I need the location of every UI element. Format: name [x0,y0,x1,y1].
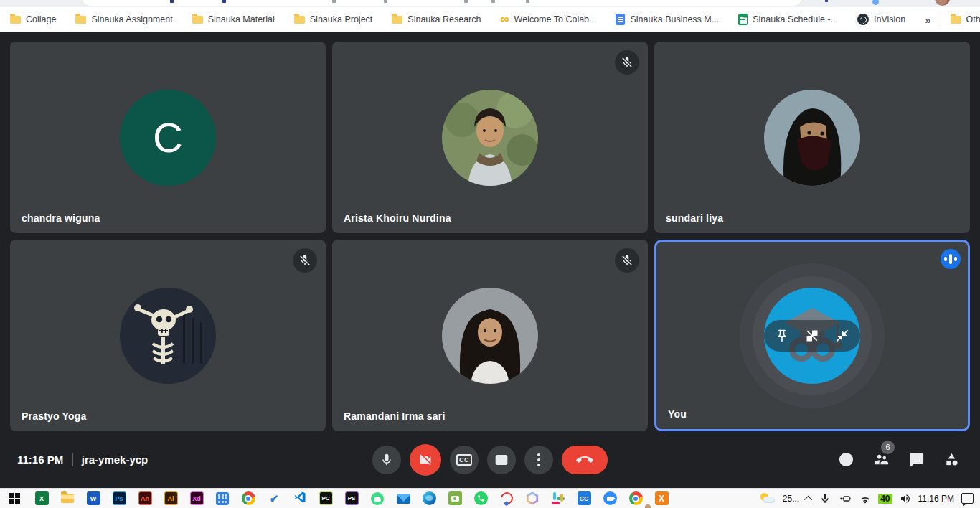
activities-icon [943,451,960,468]
profile-avatar-fragment[interactable] [935,0,950,6]
taskbar-xampp[interactable]: X [649,489,674,508]
folder-icon [294,16,305,24]
bookmarks-overflow-chevron[interactable]: » [925,14,930,26]
taskbar-hexagon-app[interactable] [519,489,545,508]
bookmark-invision[interactable]: InVision [857,14,905,25]
taskbar-animate[interactable]: An [132,489,158,508]
other-bookmarks[interactable]: Other bookmarks [951,14,980,24]
folder-icon [951,16,961,24]
taskbar-adobe-xd[interactable]: Xd [184,489,209,508]
self-tile-hover-controls [764,320,860,352]
bookmark-sinauka-schedule[interactable]: Sinauka Schedule -... [738,14,838,25]
bookmark-collage[interactable]: Collage [10,14,56,24]
taskbar-android[interactable] [364,489,390,508]
phpstorm-icon: PS [345,491,359,505]
animate-icon: An [138,491,152,505]
taskbar-slack[interactable] [545,489,571,508]
captions-button[interactable]: CC [450,446,479,474]
pin-button[interactable] [773,327,791,344]
taskbar-illustrator[interactable]: Ai [158,489,184,508]
taskbar-zoom[interactable] [597,489,623,508]
battery-plug-icon[interactable] [838,493,852,504]
meeting-details-button[interactable] [837,451,854,469]
tray-expand-chevron[interactable] [804,495,812,503]
taskbar-edge[interactable] [416,489,442,508]
leave-call-button[interactable] [562,446,608,474]
participant-grid: C chandra wiguna [10,42,970,431]
taskbar-sketch-app[interactable] [494,489,519,508]
participant-tile-chandra[interactable]: C chandra wiguna [10,42,326,233]
unpin-layout-button[interactable] [804,327,821,344]
bookmark-sinauka-material[interactable]: Sinauka Material [192,14,275,24]
bookmark-label: Sinauka Business M... [630,14,719,24]
cc-app-icon: CC [578,491,591,505]
meet-bottom-bar: 11:16 PM jra-ymek-ycp CC [0,431,980,488]
meet-right-panel-buttons: 6 [837,451,960,469]
avatar-photo [120,288,216,384]
taskbar-clock[interactable]: 11:16 PM [918,494,954,504]
wifi-icon[interactable] [859,493,871,504]
taskbar-mail[interactable] [390,489,416,508]
participant-tile-arista[interactable]: Arista Khoiru Nurdina [332,42,648,233]
taskbar-chrome[interactable] [235,489,261,508]
bookmark-label: Sinauka Schedule -... [753,14,838,24]
temperature-label[interactable]: 25... [783,494,799,504]
pin-icon [775,329,789,343]
mic-button[interactable] [372,446,401,474]
taskbar-chrome-profile[interactable] [623,489,649,508]
videocam-off-icon [418,453,433,467]
taskbar-whatsapp[interactable] [468,489,494,508]
people-button[interactable]: 6 [872,451,890,469]
speaker-icon[interactable] [900,493,911,504]
participant-tile-sundari[interactable]: sundari liya [654,42,970,233]
mail-icon [397,494,410,504]
system-tray: 25... 40 11:16 PM [760,493,980,504]
mic-muted-badge [615,248,639,273]
participant-tile-you[interactable]: You [654,240,970,431]
action-center-icon[interactable] [961,493,974,504]
taskbar-word[interactable]: W [80,489,106,508]
tab-favicon-fragment [384,0,387,3]
taskbar-camera-app[interactable] [442,489,468,508]
bookmark-sinauka-project[interactable]: Sinauka Project [294,14,373,24]
mic-icon [380,453,394,467]
bookmark-sinauka-assignment[interactable]: Sinauka Assignment [75,14,172,24]
taskbar-phpstorm[interactable]: PS [339,489,364,508]
taskbar-vscode[interactable] [287,489,313,508]
activities-button[interactable] [943,451,960,469]
call-end-icon [576,451,593,469]
illustrator-icon: Ai [164,491,178,505]
more-options-button[interactable] [524,446,553,474]
chat-button[interactable] [908,451,925,469]
taskbar-photoshop[interactable]: Ps [106,489,132,508]
battery-percent-badge[interactable]: 40 [878,494,892,504]
bookmark-sinauka-business[interactable]: Sinauka Business M... [616,14,719,25]
taskbar-excel[interactable]: X [29,489,55,508]
weather-icon[interactable] [760,493,776,504]
bookmark-colab[interactable]: ∞ Welcome To Colab... [500,14,596,24]
other-bookmarks-label: Other bookmarks [966,14,980,24]
participant-tile-ramandani[interactable]: Ramandani Irma sari [332,240,648,431]
bookmark-sinauka-research[interactable]: Sinauka Research [392,14,481,24]
windows-icon [9,493,20,504]
participant-tile-prastyo[interactable]: Prastyo Yoga [10,240,326,431]
camera-off-button[interactable] [410,444,441,476]
bookmark-label: Sinauka Material [208,14,275,24]
taskbar-todo[interactable]: ✔ [261,489,287,508]
start-button[interactable] [0,489,29,508]
avatar-initial: C [120,90,216,186]
taskbar-calendar[interactable] [209,489,235,508]
tab-favicon-fragment [491,0,495,3]
avatar-photo [764,90,860,186]
minimize-button[interactable] [834,327,851,344]
tab-favicon-fragment [222,0,226,3]
omnibox[interactable] [80,0,804,6]
profile-badge [644,504,651,508]
participant-name: You [668,408,687,420]
taskbar-pycharm[interactable]: PC [313,489,339,508]
tray-mic-icon[interactable] [819,493,831,504]
taskbar-file-explorer[interactable] [55,489,80,508]
present-button[interactable] [487,446,516,474]
android-icon [371,492,384,505]
taskbar-cc-app[interactable]: CC [571,489,597,508]
